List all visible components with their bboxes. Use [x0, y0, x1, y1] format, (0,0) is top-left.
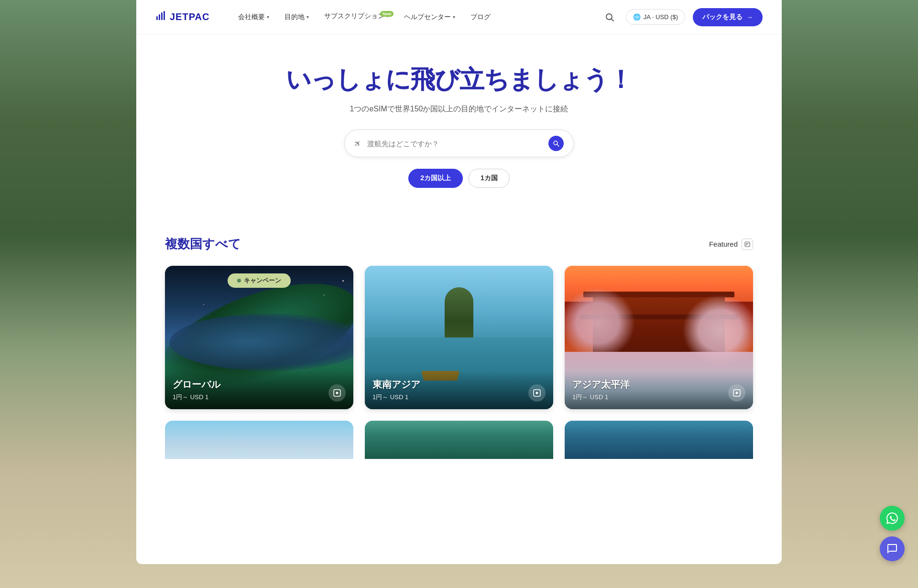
- campaign-dot: [237, 279, 241, 283]
- tab-group: 2カ国以上 1カ国: [155, 169, 763, 188]
- card-partial-3[interactable]: [565, 421, 753, 459]
- svg-point-6: [554, 141, 557, 145]
- chevron-down-icon-company: ▾: [267, 14, 269, 20]
- chevron-down-icon-destination: ▾: [306, 14, 309, 20]
- tab-single-country[interactable]: 1カ国: [469, 169, 510, 188]
- card-sea-price: 1円～ USD 1: [372, 393, 420, 402]
- card-sea-name: 東南アジア: [372, 378, 420, 391]
- tab-multi-label: 2カ国以上: [420, 174, 451, 182]
- nav-right: 🌐 JA · USD ($) パックを見る →: [601, 8, 763, 26]
- card-sea-info: 東南アジア 1円～ USD 1: [365, 370, 553, 409]
- search-button[interactable]: [601, 9, 618, 26]
- svg-line-5: [611, 19, 613, 21]
- card-global[interactable]: キャンペーン グローバル 1円～ USD 1: [165, 266, 353, 409]
- svg-rect-3: [164, 11, 165, 20]
- hero-section: いっしょに飛び立ちましょう！ 1つのeSIMで世界150か国以上の目的地でインタ…: [136, 34, 782, 226]
- svg-rect-0: [156, 16, 158, 20]
- campaign-badge: キャンペーン: [228, 273, 291, 288]
- arrow-right-icon: →: [746, 13, 753, 21]
- products-title: 複数国すべて: [165, 236, 241, 252]
- search-submit-button[interactable]: [548, 136, 564, 151]
- svg-line-7: [557, 145, 559, 147]
- card-partial-1[interactable]: [165, 421, 353, 459]
- hero-title: いっしょに飛び立ちましょう！: [155, 63, 763, 97]
- search-bar[interactable]: ✈: [344, 130, 574, 157]
- nav-item-company[interactable]: 会社概要 ▾: [232, 9, 275, 25]
- navbar: JETPAC 会社概要 ▾ 目的地 ▾ New サブスクリプション ▾ ヘルプセ…: [136, 0, 782, 34]
- globe-icon: 🌐: [633, 13, 641, 21]
- logo[interactable]: JETPAC: [155, 11, 209, 24]
- view-packs-button[interactable]: パックを見る →: [693, 8, 763, 26]
- svg-point-17: [736, 392, 738, 394]
- svg-rect-2: [161, 12, 163, 20]
- logo-icon: [155, 11, 166, 24]
- nav-item-help[interactable]: ヘルプセンター ▾: [398, 9, 461, 25]
- card-sea-text: 東南アジア 1円～ USD 1: [372, 378, 420, 402]
- card-partial-2[interactable]: [365, 421, 553, 459]
- nav-label-blog: ブログ: [470, 13, 491, 22]
- featured-filter[interactable]: Featured: [709, 239, 753, 250]
- whatsapp-button[interactable]: [880, 506, 905, 531]
- card-sea[interactable]: 東南アジア 1円～ USD 1: [365, 266, 553, 409]
- nav-label-help: ヘルプセンター: [404, 13, 451, 22]
- svg-rect-1: [159, 14, 160, 20]
- card-global-price: 1円～ USD 1: [173, 393, 220, 402]
- nav-items: 会社概要 ▾ 目的地 ▾ New サブスクリプション ▾ ヘルプセンター ▾ ブ…: [232, 9, 585, 25]
- card-asia-info: アジア太平洋 1円～ USD 1: [565, 370, 753, 409]
- products-section: 複数国すべて Featured: [136, 226, 782, 478]
- hero-subtitle: 1つのeSIMで世界150か国以上の目的地でインターネットに接続: [155, 104, 763, 114]
- nav-item-blog[interactable]: ブログ: [465, 9, 496, 25]
- card-global-info: グローバル 1円～ USD 1: [165, 370, 353, 409]
- cta-label: パックを見る: [702, 13, 743, 22]
- destination-search-input[interactable]: [367, 140, 548, 148]
- card-global-name: グローバル: [173, 378, 220, 391]
- lang-label: JA · USD ($): [644, 13, 678, 21]
- cards-grid-bottom: [165, 421, 753, 459]
- cards-grid: キャンペーン グローバル 1円～ USD 1: [165, 266, 753, 409]
- nav-label-destination: 目的地: [284, 13, 305, 22]
- card-asia-name: アジア太平洋: [572, 378, 630, 391]
- main-container: JETPAC 会社概要 ▾ 目的地 ▾ New サブスクリプション ▾ ヘルプセ…: [136, 0, 782, 564]
- svg-point-15: [536, 392, 538, 394]
- tab-single-label: 1カ国: [481, 174, 498, 182]
- logo-text: JETPAC: [170, 11, 209, 22]
- nav-label-company: 会社概要: [238, 13, 265, 22]
- svg-point-13: [336, 392, 339, 394]
- chevron-down-icon-help: ▾: [453, 14, 455, 20]
- card-asia-text: アジア太平洋 1円～ USD 1: [572, 378, 630, 402]
- card-asia-price: 1円～ USD 1: [572, 393, 630, 402]
- featured-label: Featured: [709, 240, 738, 248]
- card-asia[interactable]: アジア太平洋 1円～ USD 1: [565, 266, 753, 409]
- products-header: 複数国すべて Featured: [165, 236, 753, 252]
- chat-button[interactable]: [880, 536, 905, 561]
- card-sea-action[interactable]: [528, 384, 546, 402]
- filter-icon: [742, 239, 753, 250]
- card-asia-action[interactable]: [728, 384, 745, 402]
- card-global-text: グローバル 1円～ USD 1: [173, 378, 220, 402]
- campaign-label: キャンペーン: [244, 276, 281, 285]
- nav-item-subscription[interactable]: New サブスクリプション ▾: [318, 10, 394, 24]
- tab-multi-country[interactable]: 2カ国以上: [408, 169, 463, 188]
- nav-label-subscription: サブスクリプション: [324, 12, 384, 21]
- new-badge: New: [380, 11, 394, 17]
- language-selector[interactable]: 🌐 JA · USD ($): [626, 9, 685, 25]
- plane-icon: ✈: [351, 137, 364, 150]
- nav-item-destination[interactable]: 目的地 ▾: [279, 9, 315, 25]
- card-global-action[interactable]: [328, 384, 346, 402]
